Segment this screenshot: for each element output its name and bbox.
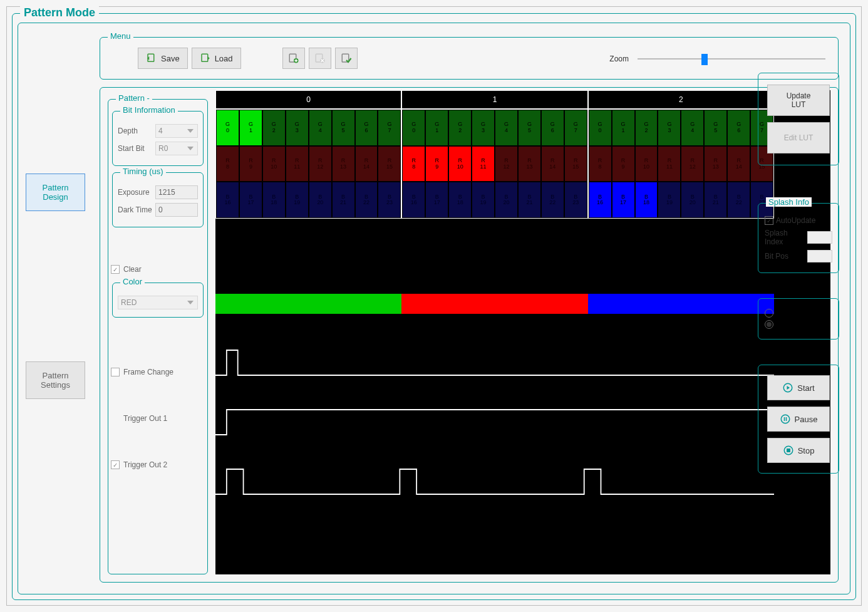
exposure-input[interactable] <box>155 185 198 199</box>
bit-cell[interactable]: B16 <box>589 182 612 218</box>
bit-cell[interactable]: R14 <box>355 146 378 182</box>
bit-cell[interactable]: G7 <box>378 110 401 146</box>
bit-cell[interactable]: R12 <box>309 146 332 182</box>
splash-index-input[interactable] <box>807 231 832 244</box>
bit-cell[interactable]: B17 <box>239 182 262 218</box>
bit-cell[interactable]: G2 <box>635 110 658 146</box>
startbit-select[interactable]: R0 <box>155 142 198 155</box>
svg-point-8 <box>781 415 790 423</box>
bit-cell[interactable]: R8 <box>402 146 425 182</box>
bit-cell[interactable]: B22 <box>355 182 378 218</box>
update-lut-button[interactable]: Update LUT <box>767 85 830 116</box>
autoupdate-checkbox[interactable]: ✓ <box>765 216 773 225</box>
bit-cell[interactable]: R9 <box>612 146 635 182</box>
bit-cell[interactable]: G6 <box>541 110 564 146</box>
bit-cell[interactable]: G1 <box>425 110 448 146</box>
bitpos-input[interactable] <box>807 250 832 262</box>
bit-cell[interactable]: R11 <box>472 146 495 182</box>
bit-cell[interactable]: G3 <box>472 110 495 146</box>
bit-cell[interactable]: G4 <box>495 110 518 146</box>
bit-cell[interactable]: B23 <box>378 182 401 218</box>
bit-cell[interactable]: R12 <box>495 146 518 182</box>
play-icon <box>782 382 793 393</box>
load-button[interactable]: Load <box>192 48 241 69</box>
bit-cell[interactable]: G5 <box>332 110 355 146</box>
bit-cell[interactable]: R10 <box>635 146 658 182</box>
bit-cell[interactable]: B22 <box>727 182 750 218</box>
delete-button[interactable] <box>309 48 331 69</box>
bit-cell[interactable]: B18 <box>448 182 472 218</box>
bit-cell[interactable]: R11 <box>286 146 309 182</box>
bit-cell[interactable]: G0 <box>216 110 239 146</box>
bit-cell[interactable]: R8 <box>216 146 239 182</box>
bit-cell[interactable]: R9 <box>239 146 262 182</box>
bit-cell[interactable]: R10 <box>448 146 472 182</box>
bit-cell[interactable]: R13 <box>704 146 727 182</box>
bit-cell[interactable]: B17 <box>425 182 448 218</box>
bit-cell[interactable]: G5 <box>704 110 727 146</box>
bit-cell[interactable]: R14 <box>727 146 750 182</box>
bit-cell[interactable]: R15 <box>378 146 401 182</box>
bit-cell[interactable]: G5 <box>518 110 541 146</box>
play-once-radio[interactable] <box>765 309 773 318</box>
bit-cell[interactable]: B21 <box>704 182 727 218</box>
bit-cell[interactable]: R8 <box>589 146 612 182</box>
color-label: Color <box>120 277 145 286</box>
add-button[interactable] <box>282 48 305 69</box>
color-select[interactable]: RED <box>118 296 198 309</box>
pause-icon <box>780 413 791 425</box>
pause-button[interactable]: Pause <box>767 407 830 432</box>
bit-cell[interactable]: B19 <box>658 182 681 218</box>
bit-cell[interactable]: R13 <box>332 146 355 182</box>
bit-cell[interactable]: B18 <box>635 182 658 218</box>
bit-cell[interactable]: B21 <box>332 182 355 218</box>
bit-cell[interactable]: B20 <box>309 182 332 218</box>
bit-cell[interactable]: G6 <box>355 110 378 146</box>
zoom-slider[interactable] <box>638 53 825 65</box>
save-button[interactable]: Save <box>138 48 188 69</box>
bit-cell[interactable]: R12 <box>681 146 704 182</box>
bit-cell[interactable]: G2 <box>448 110 472 146</box>
bit-cell[interactable]: G3 <box>286 110 309 146</box>
bit-cell[interactable]: G4 <box>681 110 704 146</box>
nav-pattern-settings[interactable]: Pattern Settings <box>26 361 85 399</box>
bit-cell[interactable]: B17 <box>612 182 635 218</box>
bit-cell[interactable]: G0 <box>589 110 612 146</box>
depth-label: Depth <box>118 127 153 135</box>
bit-cell[interactable]: G1 <box>612 110 635 146</box>
depth-select[interactable]: 4 <box>155 124 198 138</box>
bit-cell[interactable]: B16 <box>402 182 425 218</box>
bit-cell[interactable]: R14 <box>541 146 564 182</box>
bit-cell[interactable]: G2 <box>262 110 286 146</box>
clear-checkbox[interactable]: ✓ <box>111 265 120 274</box>
bit-cell[interactable]: B18 <box>262 182 286 218</box>
stop-button[interactable]: Stop <box>767 438 830 463</box>
bit-cell[interactable]: G1 <box>239 110 262 146</box>
bit-cell[interactable]: B20 <box>495 182 518 218</box>
confirm-button[interactable] <box>335 48 358 69</box>
nav-pattern-design[interactable]: Pattern Design <box>26 174 85 211</box>
bit-cell[interactable]: B21 <box>518 182 541 218</box>
start-button[interactable]: Start <box>767 375 830 400</box>
bit-cell[interactable]: G0 <box>402 110 425 146</box>
bit-cell[interactable]: R11 <box>658 146 681 182</box>
bit-cell[interactable]: B23 <box>564 182 587 218</box>
bit-cell[interactable]: G7 <box>564 110 587 146</box>
bit-cell[interactable]: G6 <box>727 110 750 146</box>
bit-cell[interactable]: B22 <box>541 182 564 218</box>
frame-change-checkbox[interactable] <box>111 368 120 376</box>
edit-lut-button[interactable]: Edit LUT <box>767 122 830 153</box>
bit-cell[interactable]: R15 <box>564 146 587 182</box>
trig2-checkbox[interactable]: ✓ <box>111 460 120 469</box>
bit-cell[interactable]: R9 <box>425 146 448 182</box>
bit-cell[interactable]: G4 <box>309 110 332 146</box>
bit-cell[interactable]: R10 <box>262 146 286 182</box>
bit-cell[interactable]: G3 <box>658 110 681 146</box>
bit-cell[interactable]: B19 <box>472 182 495 218</box>
bit-cell[interactable]: R13 <box>518 146 541 182</box>
bit-cell[interactable]: B16 <box>216 182 239 218</box>
bit-cell[interactable]: B20 <box>681 182 704 218</box>
bit-cell[interactable]: B19 <box>286 182 309 218</box>
repeat-radio[interactable] <box>765 320 773 329</box>
darktime-input[interactable] <box>155 203 198 217</box>
